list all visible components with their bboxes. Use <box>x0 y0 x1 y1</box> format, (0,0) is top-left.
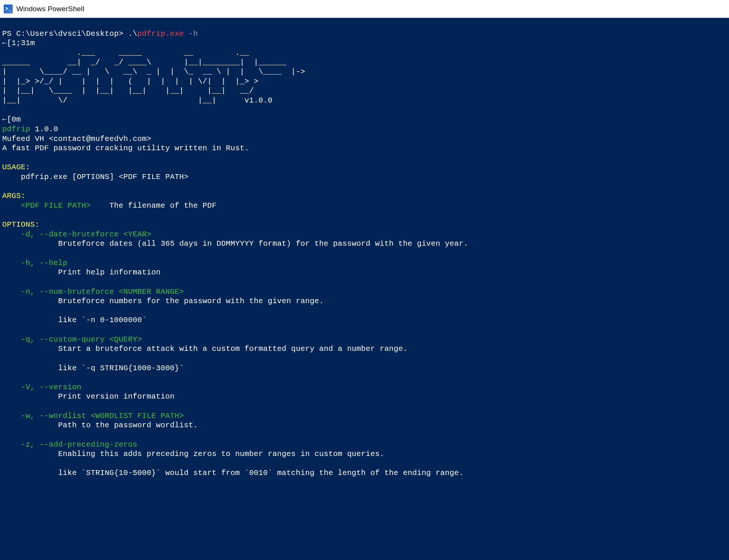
option-z-extra: like `STRING{10-5000}` would start from … <box>2 469 464 477</box>
powershell-icon: >_ <box>4 4 13 13</box>
option-z-desc: Enabling this adds preceding zeros to nu… <box>2 450 384 458</box>
option-n-extra: like `-n 0-1000000` <box>2 316 147 324</box>
option-h-desc: Print help information <box>2 268 161 277</box>
window-titlebar[interactable]: >_ Windows PowerShell <box>0 0 729 18</box>
ansi-escape-start: ←[1;31m <box>2 39 35 47</box>
cmd-arg: -h <box>184 29 198 38</box>
app-version: 1.0.0 <box>30 125 58 133</box>
options-header: OPTIONS: <box>2 220 40 229</box>
prompt-path: PS C:\Users\dvsci\Desktop> <box>2 29 128 38</box>
app-description: A fast PDF password cracking utility wri… <box>2 144 249 152</box>
option-V-flag: -V, --version <box>2 383 82 391</box>
args-header: ARGS: <box>2 192 26 200</box>
usage-line: pdfrip.exe [OPTIONS] <PDF FILE PATH> <box>2 173 189 181</box>
ascii-art-banner: .___ _____ __ .__ ______ __| _/ _/ ____\… <box>2 48 727 106</box>
option-V-desc: Print version information <box>2 392 175 401</box>
terminal-output[interactable]: PS C:\Users\dvsci\Desktop> .\pdfrip.exe … <box>0 18 729 479</box>
usage-header: USAGE: <box>2 163 30 172</box>
option-d-desc: Bruteforce dates (all 365 days in DDMMYY… <box>2 239 468 248</box>
option-n-flag: -n, --num-bruteforce <NUMBER RANGE> <box>2 287 184 296</box>
arg-pdf-path: <PDF FILE PATH> <box>2 201 91 210</box>
option-h-flag: -h, --help <box>2 259 67 267</box>
option-q-flag: -q, --custom-query <QUERY> <box>2 335 142 344</box>
arg-pdf-path-desc: The filename of the PDF <box>91 201 217 210</box>
cmd-file: pdfrip.exe <box>138 29 184 38</box>
cmd-prefix: .\ <box>128 29 138 38</box>
window-title: Windows PowerShell <box>16 4 84 13</box>
option-n-desc: Bruteforce numbers for the password with… <box>2 297 324 305</box>
option-q-extra: like `-q STRING{1000-3000}` <box>2 364 184 372</box>
app-author: Mufeed VH <contact@mufeedvh.com> <box>2 135 151 143</box>
option-w-flag: -w, --wordlist <WORDLIST FILE PATH> <box>2 412 184 420</box>
option-d-flag: -d, --date-bruteforce <YEAR> <box>2 230 151 239</box>
ansi-escape-end: ←[0m <box>2 115 21 124</box>
option-w-desc: Path to the password wordlist. <box>2 421 198 430</box>
app-name: pdfrip <box>2 125 30 133</box>
option-q-desc: Start a bruteforce attack with a custom … <box>2 345 408 353</box>
option-z-flag: -z, --add-preceding-zeros <box>2 440 138 449</box>
